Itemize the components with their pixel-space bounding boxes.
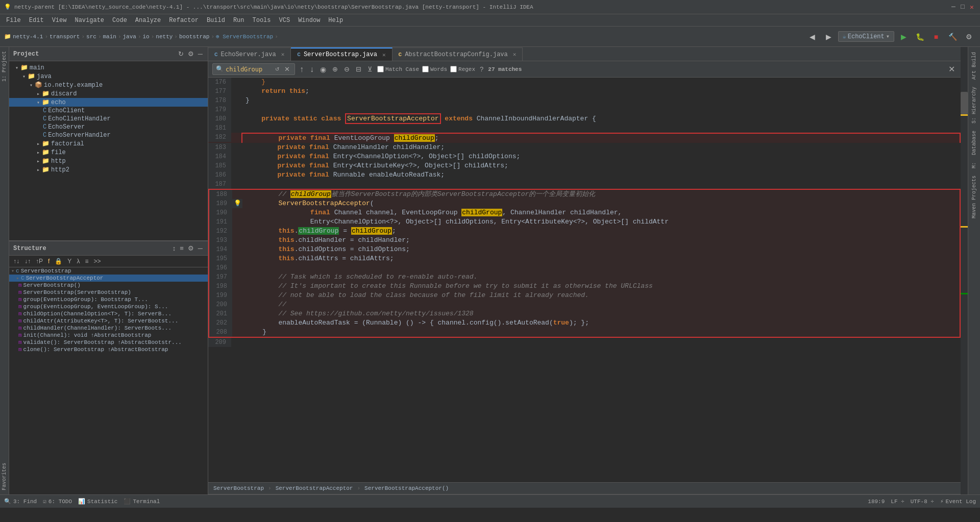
struct-settings-button[interactable]: ⚙ [187, 243, 195, 253]
settings-button[interactable]: ⚙ [962, 30, 976, 44]
toolbar-breadcrumb-java[interactable]: java [123, 34, 136, 40]
status-terminal[interactable]: ⬛ Terminal [124, 498, 160, 505]
struct-sort-alpha[interactable]: ↕ [172, 243, 177, 253]
search-next-occurrence[interactable]: ↓ [308, 64, 315, 74]
regex-option[interactable]: Regex [450, 66, 475, 72]
tree-item-discard[interactable]: ▸ 📁 discard [9, 89, 208, 98]
struct-filter-btn[interactable]: Y [65, 257, 74, 266]
struct-sort-up[interactable]: ↑↓ [11, 257, 21, 266]
toolbar-breadcrumb-main[interactable]: main [103, 34, 116, 40]
struct-sort-button[interactable]: ≡ [179, 243, 185, 253]
menu-code[interactable]: Code [108, 16, 131, 25]
search-input[interactable] [226, 66, 272, 73]
search-prev-occurrence[interactable]: ↑ [298, 64, 305, 74]
tree-item-ionettyexample[interactable]: ▾ 📦 io.netty.example [9, 81, 208, 89]
menu-window[interactable]: Window [294, 16, 324, 25]
struct-item-validate[interactable]: m validate(): ServerBootstrap ↑AbstractB… [9, 339, 208, 346]
tab-favorites[interactable]: Favorites [1, 459, 8, 494]
menu-tools[interactable]: Tools [249, 16, 275, 25]
status-find[interactable]: 🔍 3: Find [4, 498, 37, 505]
scroll-thumb[interactable] [961, 92, 968, 114]
tab-echoserver[interactable]: C EchoServer.java ✕ [208, 47, 291, 61]
struct-item-acceptor[interactable]: ▸ C ServerBootstrapAcceptor [9, 275, 208, 282]
tree-item-echo[interactable]: ▾ 📁 echo [9, 98, 208, 107]
menu-view[interactable]: View [48, 16, 71, 25]
tree-item-echoserver[interactable]: C EchoServer [9, 123, 208, 131]
tab-serverbootstrap[interactable]: C ServerBootstrap.java ✕ [291, 47, 392, 61]
struct-minimize-button[interactable]: ─ [197, 243, 204, 253]
menu-edit[interactable]: Edit [25, 16, 48, 25]
tree-item-echoclienthandler[interactable]: C EchoClientHandler [9, 115, 208, 123]
toolbar-breadcrumb-src[interactable]: src [86, 34, 96, 40]
menu-file[interactable]: File [2, 16, 25, 25]
struct-item-group1[interactable]: m group(EventLoopGroup): Bootstrap T... [9, 296, 208, 303]
tab-project[interactable]: 1: Project [1, 47, 8, 86]
navigate-forward-button[interactable]: ▶ [822, 30, 836, 44]
match-case-option[interactable]: Match Case [377, 66, 419, 72]
menu-analyze[interactable]: Analyze [131, 16, 165, 25]
search-close-button[interactable]: ✕ [947, 64, 957, 74]
debug-button[interactable]: 🐛 [913, 30, 927, 44]
toolbar-breadcrumb-io[interactable]: io [143, 34, 150, 40]
menu-run[interactable]: Run [229, 16, 249, 25]
lightbulb-icon[interactable]: 💡 [234, 199, 241, 208]
toolbar-breadcrumb-netty[interactable]: netty-4.1 [13, 34, 43, 40]
status-position[interactable]: 189:9 [868, 499, 885, 505]
struct-navigate-up[interactable]: ↑P [34, 257, 45, 266]
toolbar-breadcrumb-bootstrap[interactable]: bootstrap [179, 34, 209, 40]
tree-item-factorial[interactable]: ▸ 📁 factorial [9, 139, 208, 148]
code-editor[interactable]: 176 } 177 return this; 178 } 179 [208, 78, 961, 482]
project-sync-button[interactable]: ↻ [177, 49, 185, 59]
menu-refactor[interactable]: Refactor [165, 16, 203, 25]
right-tab-m[interactable]: M: [970, 159, 978, 171]
tree-item-http[interactable]: ▸ 📁 http [9, 157, 208, 165]
project-minimize-button[interactable]: ─ [197, 49, 204, 59]
struct-lock-btn[interactable]: 🔒 [53, 257, 64, 266]
right-tab-database[interactable]: Database [970, 128, 978, 158]
struct-align-btn[interactable]: ≡ [83, 257, 90, 266]
toolbar-breadcrumb-transport[interactable]: transport [50, 34, 80, 40]
struct-item-ctor2[interactable]: m ServerBootstrap(ServerBootstrap) [9, 289, 208, 296]
tree-item-main[interactable]: ▾ 📁 main [9, 63, 208, 72]
struct-item-group2[interactable]: m group(EventLoopGroup, EventLoopGroup):… [9, 303, 208, 310]
struct-item-childhandler[interactable]: m childHandler(ChannelHandler): ServerBo… [9, 325, 208, 332]
tab-serverbootstrap-close[interactable]: ✕ [382, 52, 386, 58]
toolbar-breadcrumb-netty2[interactable]: netty [156, 34, 173, 40]
toolbar-breadcrumb-serverbootstrap[interactable]: ⊕ ServerBootstrap [216, 33, 273, 40]
stop-button[interactable]: ■ [929, 30, 943, 44]
status-lf[interactable]: LF ÷ [891, 499, 904, 505]
search-filter-button[interactable]: ⊕ [331, 65, 339, 73]
menu-vcs[interactable]: VCS [275, 16, 295, 25]
struct-lambda-btn[interactable]: λ [75, 257, 82, 266]
menu-navigate[interactable]: Navigate [70, 16, 108, 25]
status-encoding[interactable]: UTF-8 ÷ [911, 499, 934, 505]
struct-item-root[interactable]: ▾ c ServerBootstrap [9, 267, 208, 275]
bc-acceptor[interactable]: ServerBootstrapAcceptor [276, 485, 353, 491]
tab-abstractbootstrapconfig[interactable]: C AbstractBootstrapConfig.java ✕ [393, 47, 523, 61]
bc-ctor[interactable]: ServerBootstrapAcceptor() [364, 485, 449, 491]
tree-item-echoclient[interactable]: C EchoClient [9, 107, 208, 115]
search-find-all[interactable]: ◉ [318, 65, 328, 74]
tree-item-http2[interactable]: ▸ 📁 http2 [9, 165, 208, 174]
search-help-button[interactable]: ? [478, 65, 485, 73]
menu-build[interactable]: Build [203, 16, 229, 25]
regex-checkbox[interactable] [450, 66, 457, 72]
words-option[interactable]: Words [422, 66, 447, 72]
build-button[interactable]: 🔨 [945, 30, 960, 44]
right-tab-hierarchy[interactable]: S: Hierarchy [970, 84, 978, 127]
minimize-button[interactable]: ─ [949, 3, 958, 11]
struct-item-childoption[interactable]: m childOption(ChannelOption<T>, T): Serv… [9, 310, 208, 317]
struct-item-init[interactable]: m init(Channel): void ↑AbstractBootstrap [9, 332, 208, 339]
search-prev-button[interactable]: ↺ [274, 66, 281, 72]
status-event-log[interactable]: ⚡ Event Log [940, 498, 976, 505]
right-tab-artbuild[interactable]: Art Build [970, 49, 978, 83]
struct-sort-down[interactable]: ↓↑ [22, 257, 33, 266]
struct-item-ctor1[interactable]: m ServerBootstrap() [9, 282, 208, 289]
run-button[interactable]: ▶ [896, 30, 911, 44]
struct-item-clone[interactable]: m clone(): ServerBootstrap ↑AbstractBoot… [9, 346, 208, 353]
search-expand-button[interactable]: ⊟ [354, 65, 363, 73]
project-settings-button[interactable]: ⚙ [187, 49, 195, 59]
right-tab-maven[interactable]: Maven Projects [970, 172, 978, 221]
struct-field-btn[interactable]: f [46, 257, 52, 266]
tree-item-file[interactable]: ▸ 📁 file [9, 148, 208, 157]
